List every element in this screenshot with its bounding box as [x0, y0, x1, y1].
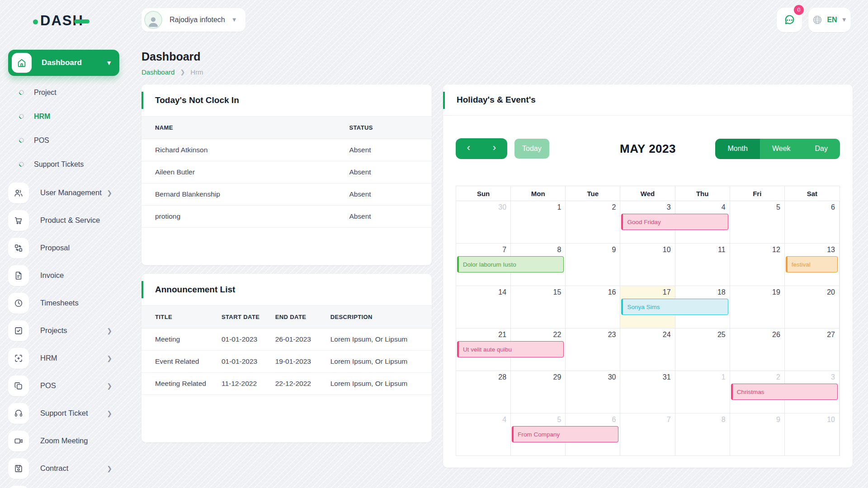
sidebar-item-messenger[interactable]: Messenger [0, 482, 132, 488]
calendar-day-cell[interactable]: 15 [511, 286, 566, 328]
calendar-day-cell[interactable]: 2 [566, 201, 620, 244]
sidebar-subitem-pos[interactable]: POS [0, 128, 132, 152]
calendar-day-cell[interactable]: 4 [456, 413, 511, 456]
calendar-event[interactable]: From Company [512, 426, 618, 442]
calendar-day-cell[interactable]: 28 [456, 371, 511, 413]
table-cell: 19-01-2023 [271, 351, 326, 373]
prev-month-button[interactable]: ‹ [456, 138, 481, 159]
calendar-day-cell[interactable]: 19 [730, 286, 785, 328]
view-week-button[interactable]: Week [760, 139, 803, 159]
sidebar-subitem-support-tickets[interactable]: Support Tickets [0, 152, 132, 176]
sidebar-item-timesheets[interactable]: Timesheets [0, 289, 132, 317]
brand-logo: DASH [33, 12, 132, 30]
day-number: 6 [612, 416, 616, 423]
sidebar-item-proposal[interactable]: Proposal [0, 234, 132, 262]
calendar-day-cell[interactable]: 7 [620, 413, 675, 456]
card-title: Today's Not Clock In [155, 95, 239, 105]
sidebar-item-pos[interactable]: POS ❯ [0, 372, 132, 399]
main-area: Rajodiya infotech ▼ 0 EN ▼ Dashboard D [132, 0, 868, 488]
bullet-icon [18, 113, 25, 120]
sidebar-item-contract[interactable]: Contract ❯ [0, 455, 132, 482]
calendar-week-row: 21222324252627Ut velit aute quibu [456, 328, 840, 371]
calendar-day-cell[interactable]: 6 [785, 201, 840, 244]
day-number: 2 [776, 373, 780, 381]
calendar-day-cell[interactable]: 12 [730, 244, 785, 286]
calendar-day-cell[interactable]: 9 [566, 244, 620, 286]
calendar-day-cell[interactable]: 27 [785, 328, 840, 371]
calendar-day-cell[interactable]: 31 [620, 371, 675, 413]
today-button[interactable]: Today [514, 139, 549, 159]
breadcrumb-current: Hrm [190, 68, 203, 76]
calendar-day-cell[interactable]: 11 [675, 244, 730, 286]
sidebar-subitem-hrm[interactable]: HRM [0, 104, 132, 128]
calendar-day-cell[interactable]: 30 [456, 201, 511, 244]
day-number: 15 [553, 288, 561, 296]
table-cell: 26-01-2023 [271, 328, 326, 351]
view-day-button[interactable]: Day [803, 139, 840, 159]
sidebar-item-zoom-meeting[interactable]: Zoom Meeting [0, 427, 132, 455]
sidebar-item-label: Product & Service [40, 216, 100, 225]
calendar-week-row: 30123456Good Friday [456, 201, 840, 244]
next-month-button[interactable]: › [481, 138, 507, 159]
sidebar-item-invoice[interactable]: Invoice [0, 262, 132, 289]
calendar-event[interactable]: festival [786, 256, 838, 272]
calendar-event[interactable]: Good Friday [621, 214, 728, 230]
calendar-day-cell[interactable]: 16 [566, 286, 620, 328]
breadcrumb-link-dashboard[interactable]: Dashboard [142, 68, 175, 76]
sidebar-item-product-service[interactable]: Product & Service [0, 206, 132, 234]
calendar-day-cell[interactable]: 29 [511, 371, 566, 413]
messages-button[interactable]: 0 [777, 8, 802, 32]
calendar-day-cell[interactable]: 10 [785, 413, 840, 456]
day-number: 30 [498, 203, 506, 211]
day-number: 24 [663, 331, 671, 338]
table-cell: Lorem Ipsum, Or Lipsum [326, 373, 432, 395]
sidebar-item-hrm[interactable]: HRM ❯ [0, 344, 132, 372]
calendar-event[interactable]: Dolor laborum Iusto [457, 256, 564, 272]
calendar-event[interactable]: Ut velit aute quibu [457, 341, 564, 357]
calendar-day-cell[interactable]: 26 [730, 328, 785, 371]
table-cell: Lorem Ipsum, Or Lipsum [326, 351, 432, 373]
company-avatar [144, 11, 162, 29]
table-cell: Absent [344, 183, 432, 206]
calendar-day-cell[interactable]: 14 [456, 286, 511, 328]
day-number: 10 [663, 246, 671, 253]
calendar-event[interactable]: Sonya Sims [621, 299, 728, 315]
sidebar-item-label: POS [40, 381, 56, 390]
calendar-day-cell[interactable]: 9 [730, 413, 785, 456]
table-row: Richard AtkinsonAbsent [142, 139, 432, 161]
day-of-week-label: Wed [620, 186, 675, 201]
calendar-day-cell[interactable]: 20 [785, 286, 840, 328]
calendar-day-cell[interactable]: 1 [675, 371, 730, 413]
calendar-day-cell[interactable]: 8 [675, 413, 730, 456]
language-selector[interactable]: EN ▼ [808, 8, 851, 32]
sidebar-item-user-management[interactable]: User Management ❯ [0, 179, 132, 206]
day-of-week-label: Sat [785, 186, 840, 201]
calendar-day-cell[interactable]: 25 [675, 328, 730, 371]
calendar-day-cell[interactable]: 5 [730, 201, 785, 244]
table-header-row: TITLESTART DATEEND DATEDESCRIPTION [142, 306, 432, 328]
day-number: 21 [498, 331, 506, 338]
day-number: 9 [612, 246, 616, 253]
day-number: 8 [557, 246, 561, 253]
sidebar-item-dashboard[interactable]: Dashboard ▼ [8, 50, 119, 76]
day-number: 5 [776, 203, 780, 211]
calendar-day-cell[interactable]: 24 [620, 328, 675, 371]
headset-icon [8, 403, 29, 424]
view-month-button[interactable]: Month [715, 139, 760, 159]
sidebar-subitem-project[interactable]: Project [0, 80, 132, 104]
users-icon [8, 183, 29, 203]
sidebar-item-label: Support Ticket [40, 409, 88, 418]
calendar-day-cell[interactable]: 23 [566, 328, 620, 371]
day-number: 5 [557, 416, 561, 423]
calendar-event[interactable]: Christmas [731, 384, 838, 400]
sidebar-item-support-ticket[interactable]: Support Ticket ❯ [0, 399, 132, 427]
sidebar-item-projects[interactable]: Projects ❯ [0, 317, 132, 344]
copy-icon [8, 375, 29, 396]
calendar-day-cell[interactable]: 30 [566, 371, 620, 413]
calendar-day-cell[interactable]: 1 [511, 201, 566, 244]
table-row: Meeting01-01-202326-01-2023Lorem Ipsum, … [142, 328, 432, 351]
dashboard-submenu: Project HRM POS Support Tickets [0, 80, 132, 176]
home-icon [12, 53, 32, 73]
company-selector[interactable]: Rajodiya infotech ▼ [142, 8, 245, 32]
calendar-day-cell[interactable]: 10 [620, 244, 675, 286]
